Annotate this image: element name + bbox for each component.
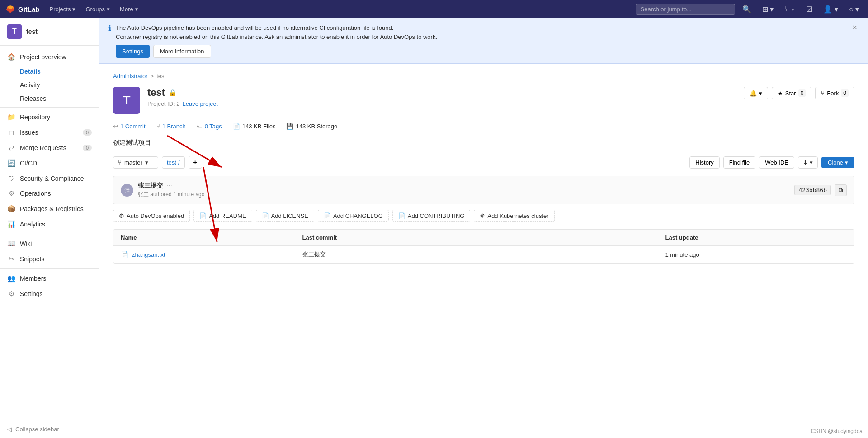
- add-kubernetes-btn[interactable]: ☸ Add Kubernetes cluster: [474, 210, 554, 222]
- sidebar-item-operations[interactable]: ⚙ Operations: [0, 186, 99, 201]
- sidebar-item-label: Analytics: [20, 221, 45, 228]
- sidebar-item-members[interactable]: 👥 Members: [0, 271, 99, 286]
- sidebar-item-repository[interactable]: 📁 Repository: [0, 109, 99, 125]
- navbar-brand[interactable]: GitLab: [5, 4, 40, 14]
- col-last-commit: Last commit: [302, 234, 665, 241]
- sidebar-item-project-overview[interactable]: 🏠 Project overview: [0, 49, 99, 65]
- collapse-icon: ◁: [7, 426, 12, 433]
- merge-requests-icon: ⇄: [7, 144, 15, 152]
- sidebar-item-label: Wiki: [20, 240, 32, 247]
- auto-devops-btn[interactable]: ⚙ Auto DevOps enabled: [113, 210, 190, 222]
- commit-message: 张三提交: [138, 182, 163, 189]
- todo-btn[interactable]: ☑: [802, 3, 816, 15]
- sidebar-subitem-releases[interactable]: Releases: [0, 92, 99, 105]
- sidebar-item-settings[interactable]: ⚙ Settings: [0, 286, 99, 301]
- project-header-left: T test 🔒 Project ID: 2 Leave project: [113, 87, 218, 114]
- branch-name: master: [124, 159, 142, 166]
- branch-selector[interactable]: ⑂ master ▾: [113, 156, 158, 169]
- collapse-sidebar-button[interactable]: ◁ Collapse sidebar: [7, 426, 92, 433]
- sidebar-item-label: Packages & Registries: [20, 205, 84, 212]
- chevron-down-icon: ▾: [810, 159, 813, 166]
- sidebar-project-name: test: [26, 28, 38, 35]
- commit-hash[interactable]: 423bb86b: [794, 185, 831, 195]
- project-header: T test 🔒 Project ID: 2 Leave project: [113, 87, 854, 114]
- sidebar-item-label: Members: [20, 275, 46, 282]
- nav-more[interactable]: More ▾: [115, 4, 143, 14]
- tags-link[interactable]: 0 Tags: [205, 123, 222, 130]
- operations-icon: ⚙: [7, 189, 15, 198]
- add-readme-btn[interactable]: 📄 Add README: [193, 210, 252, 222]
- leave-project-link[interactable]: Leave project: [183, 100, 218, 107]
- breadcrumb-admin-link[interactable]: Administrator: [113, 73, 148, 80]
- sidebar-item-packages[interactable]: 📦 Packages & Registries: [0, 201, 99, 217]
- sidebar-item-wiki[interactable]: 📖 Wiki: [0, 236, 99, 251]
- bell-icon: 🔔: [750, 90, 757, 97]
- file-name-link[interactable]: zhangsan.txt: [132, 251, 165, 258]
- branches-link[interactable]: 1 Branch: [162, 123, 186, 130]
- search-icon-btn[interactable]: 🔍: [739, 3, 755, 15]
- project-header-right: 🔔 ▾ ★ Star 0 ⑂ Fork 0: [744, 87, 854, 99]
- files-icon: 📄: [233, 123, 240, 130]
- files-value: 143 KB Files: [242, 123, 276, 130]
- commits-link[interactable]: 1 Commit: [120, 123, 146, 130]
- commits-stat: ↩ 1 Commit: [113, 123, 146, 130]
- storage-value: 143 KB Storage: [296, 123, 337, 130]
- search-input[interactable]: [636, 4, 735, 15]
- sidebar-subitem-activity[interactable]: Activity: [0, 78, 99, 92]
- project-title-section: test 🔒 Project ID: 2 Leave project: [147, 87, 218, 107]
- user-menu-btn[interactable]: 👤 ▾: [820, 3, 841, 15]
- add-file-button[interactable]: +: [189, 156, 202, 169]
- project-name-label: test: [147, 87, 165, 99]
- sidebar-item-merge-requests[interactable]: ⇄ Merge Requests 0: [0, 140, 99, 155]
- account-btn[interactable]: ○ ▾: [845, 3, 863, 15]
- navbar-nav: Projects ▾ Groups ▾ More ▾: [45, 4, 143, 14]
- commit-message-row: 张三提交 ···: [138, 182, 204, 190]
- add-license-btn[interactable]: 📄 Add LICENSE: [256, 210, 314, 222]
- path-root[interactable]: test: [167, 159, 176, 166]
- sidebar-item-label: CI/CD: [20, 160, 37, 167]
- sidebar-item-issues[interactable]: ◻ Issues 0: [0, 125, 99, 140]
- chevron-down-icon: ▾: [145, 159, 148, 166]
- fork-button[interactable]: ⑂ Fork 0: [815, 87, 854, 99]
- file-icon: 📄: [262, 212, 269, 219]
- page-layout: T test 🏠 Project overview Details Activi…: [0, 18, 868, 438]
- alert-banner: ℹ The Auto DevOps pipeline has been enab…: [99, 18, 868, 64]
- sidebar-item-label: Project overview: [20, 53, 66, 61]
- sidebar-item-security[interactable]: 🛡 Security & Compliance: [0, 171, 99, 186]
- nav-groups[interactable]: Groups ▾: [81, 4, 114, 14]
- security-icon: 🛡: [7, 174, 15, 182]
- commit-author-row: 张三 authored 1 minute ago: [138, 191, 204, 198]
- sidebar-item-snippets[interactable]: ✂ Snippets: [0, 251, 99, 267]
- copy-hash-button[interactable]: ⧉: [835, 184, 847, 196]
- chevron-down-icon: ▾: [107, 6, 110, 13]
- analytics-icon: 📊: [7, 220, 15, 228]
- storage-stat: 💾 143 KB Storage: [286, 123, 337, 130]
- settings-button[interactable]: Settings: [116, 45, 150, 58]
- web-ide-button[interactable]: Web IDE: [759, 156, 794, 169]
- download-button[interactable]: ⬇ ▾: [798, 156, 818, 169]
- commit-left: 张 张三提交 ··· 张三 authored 1 minute ago: [121, 182, 204, 198]
- notifications-button[interactable]: 🔔 ▾: [744, 87, 768, 99]
- mr-badge: 0: [83, 145, 92, 151]
- new-item-btn[interactable]: ⊞ ▾: [759, 3, 777, 15]
- find-file-button[interactable]: Find file: [723, 156, 756, 169]
- merge-requests-btn[interactable]: ⑂ ▾: [781, 3, 799, 15]
- issues-badge: 0: [83, 129, 92, 136]
- sidebar-item-cicd[interactable]: 🔄 CI/CD: [0, 155, 99, 171]
- add-changelog-btn[interactable]: 📄 Add CHANGELOG: [318, 210, 389, 222]
- sidebar-item-analytics[interactable]: 📊 Analytics: [0, 217, 99, 232]
- commit-time: 1 minute ago: [173, 191, 204, 198]
- more-info-button[interactable]: More information: [153, 45, 211, 58]
- gitlab-logo-icon: [5, 4, 15, 14]
- history-button[interactable]: History: [689, 156, 719, 169]
- star-button[interactable]: ★ Star 0: [772, 87, 812, 99]
- top-navbar: GitLab Projects ▾ Groups ▾ More ▾ 🔍 ⊞ ▾ …: [0, 0, 868, 18]
- clone-button[interactable]: Clone ▾: [821, 157, 854, 168]
- collapse-label: Collapse sidebar: [15, 426, 59, 433]
- file-name-cell: 📄 zhangsan.txt: [121, 251, 302, 258]
- nav-projects[interactable]: Projects ▾: [45, 4, 80, 14]
- add-contributing-btn[interactable]: 📄 Add CONTRIBUTING: [392, 210, 471, 222]
- alert-close-button[interactable]: ×: [850, 24, 859, 32]
- sidebar-subitem-details[interactable]: Details: [0, 65, 99, 78]
- chevron-down-icon: ▾: [135, 6, 138, 13]
